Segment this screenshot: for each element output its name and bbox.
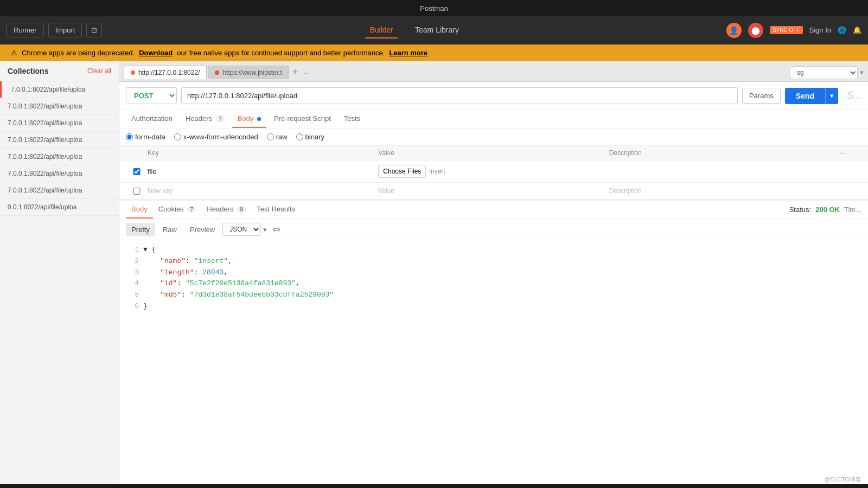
banner-middle-text: our free native apps for continued suppo… — [177, 49, 385, 57]
code-line-1: 1 ▼ { — [128, 245, 859, 256]
raw-radio[interactable] — [267, 133, 274, 140]
time-label: Tim... — [844, 206, 861, 214]
list-item[interactable]: 7.0.0.1:8022/api/file/uploa — [0, 165, 119, 182]
globe-icon[interactable]: 🌐 — [838, 26, 846, 34]
title-bar: Postman — [0, 0, 868, 16]
env-select[interactable]: sg No Environment — [790, 66, 858, 79]
nav-center: Builder Team Library — [106, 22, 722, 38]
format-select[interactable]: JSON XML HTML Text — [222, 223, 261, 236]
main-content: http://127.0.0.1:8022/ https://www.jhips… — [119, 61, 868, 484]
banner-text: Chrome apps are being deprecated. — [22, 49, 135, 57]
pretty-tab[interactable]: Pretty — [126, 223, 155, 236]
send-button[interactable]: Send — [785, 88, 825, 104]
col-description: Description — [609, 149, 840, 157]
sign-in-button[interactable]: Sign In — [809, 26, 831, 34]
list-item[interactable]: 7.0.0.1:8022/api/file/uploa — [0, 115, 119, 132]
binary-radio[interactable] — [296, 133, 303, 140]
response-tabs-bar: Body Cookies 7 Headers 9 Test Results St… — [119, 200, 868, 219]
resp-tab-cookies[interactable]: Cookies 7 — [153, 201, 202, 219]
runner-button[interactable]: Runner — [7, 23, 44, 37]
preview-tab[interactable]: Preview — [184, 223, 220, 236]
tab-1[interactable]: http://127.0.0.1:8022/ — [124, 66, 207, 79]
headers-badge: 7 — [216, 115, 225, 122]
binary-radio-label[interactable]: binary — [296, 133, 324, 141]
chevron-down-icon: ▾ — [263, 226, 267, 234]
env-chevron-icon: ▾ — [860, 68, 864, 76]
import-button[interactable]: Import — [48, 23, 82, 37]
download-link[interactable]: Download — [139, 49, 173, 57]
row2-value-placeholder: Value — [378, 187, 609, 195]
form-data-radio[interactable] — [126, 133, 133, 140]
code-content-2: "name": "insert", — [143, 256, 232, 267]
sidebar-header: Collections Clear all — [0, 61, 119, 81]
tab-tests[interactable]: Tests — [339, 110, 366, 128]
raw-tab[interactable]: Raw — [157, 223, 182, 236]
choose-files-button[interactable]: Choose Files — [378, 165, 426, 178]
col-more: ··· — [840, 149, 861, 157]
code-content-1: ▼ { — [143, 245, 156, 256]
row1-value: Choose Files insert — [378, 165, 609, 178]
code-content-3: "length": 28043, — [143, 267, 228, 279]
code-view: 1 ▼ { 2 "name": "insert", 3 "length": 28… — [119, 240, 868, 484]
warning-banner: ⚠ Chrome apps are being deprecated. Down… — [0, 44, 868, 61]
line-num-5: 5 — [128, 290, 139, 301]
params-button[interactable]: Params — [742, 88, 781, 104]
row2-checkbox[interactable] — [126, 188, 148, 195]
send-dropdown-button[interactable]: ▾ — [825, 88, 838, 104]
code-line-4: 4 "id": "5c7e2f20e5138a4fa831e893", — [128, 278, 859, 290]
raw-radio-label[interactable]: raw — [267, 133, 288, 141]
tab-pre-request-script[interactable]: Pre-request Script — [269, 110, 336, 128]
row2-description-placeholder: Description — [609, 187, 840, 195]
tab-body[interactable]: Body — [232, 110, 266, 128]
code-line-6: 6 } — [128, 301, 859, 312]
list-item[interactable]: 7.0.0.1:8022/api/file/uploa — [0, 132, 119, 149]
status-label: Status: — [789, 206, 811, 214]
interceptor-icon[interactable]: ⬤ — [748, 23, 763, 38]
sidebar-items: 7.0.0.1:8022/api/file/uploa 7.0.0.1:8022… — [0, 81, 119, 484]
learn-more-link[interactable]: Learn more — [389, 49, 427, 57]
code-line-3: 3 "length": 28043, — [128, 267, 859, 279]
bell-icon[interactable]: 🔔 — [853, 26, 861, 34]
tab-2[interactable]: https://www.jhipster.t — [208, 66, 289, 79]
urlencoded-radio-label[interactable]: x-www-form-urlencoded — [174, 133, 258, 141]
app-title: Postman — [420, 4, 448, 12]
tab-authorization[interactable]: Authorization — [126, 110, 178, 128]
wrap-icon[interactable]: ⇔ — [269, 222, 284, 236]
list-item[interactable]: 0.0.1:8022/api/file/uploa — [0, 199, 119, 216]
list-item[interactable]: 7.0.0.1:8022/api/file/uploa — [0, 98, 119, 115]
code-line-5: 5 "md5": "7d3d1e38af54bdeebb03cdffa25290… — [128, 290, 859, 301]
line-num-6: 6 — [128, 301, 139, 312]
urlencoded-radio[interactable] — [174, 133, 181, 140]
new-window-button[interactable]: ⊡ — [86, 23, 102, 37]
col-check — [126, 149, 148, 157]
user-icon[interactable]: 👤 — [726, 23, 742, 38]
list-item[interactable]: 7.0.0.1:8022/api/file/uploa — [0, 81, 119, 98]
url-input[interactable] — [181, 87, 738, 104]
method-select[interactable]: POST GET PUT DELETE — [126, 87, 177, 104]
warning-icon: ⚠ — [11, 49, 17, 57]
top-nav: Runner Import ⊡ Builder Team Library 👤 ⬤… — [0, 16, 868, 44]
list-item[interactable]: 7.0.0.1:8022/api/file/uploa — [0, 182, 119, 199]
line-num-2: 2 — [128, 256, 139, 267]
resp-tab-body[interactable]: Body — [126, 201, 153, 219]
tab-headers[interactable]: Headers 7 — [180, 110, 230, 128]
builder-tab[interactable]: Builder — [365, 22, 398, 38]
list-item[interactable]: 7.0.0.1:8022/api/file/uploa — [0, 149, 119, 165]
env-selector: sg No Environment ▾ — [790, 66, 864, 79]
sync-badge[interactable]: SYNC OFF — [770, 26, 803, 34]
resp-tab-headers[interactable]: Headers 9 — [201, 201, 251, 219]
clear-all-button[interactable]: Clear all — [87, 67, 111, 75]
resp-tab-test-results[interactable]: Test Results — [251, 201, 301, 219]
form-data-radio-label[interactable]: form-data — [126, 133, 165, 141]
col-key: Key — [148, 149, 378, 157]
more-tabs-button[interactable]: ··· — [301, 68, 312, 77]
form-row-1: file Choose Files insert — [119, 160, 868, 183]
tab-2-label: https://www.jhipster.t — [222, 69, 282, 76]
team-library-tab[interactable]: Team Library — [411, 22, 463, 38]
row1-checkbox[interactable] — [126, 168, 148, 175]
tab-dot-1 — [131, 70, 135, 75]
add-tab-button[interactable]: + — [290, 67, 301, 78]
code-content-5: "md5": "7d3d1e38af54bdeebb03cdffa2529093… — [143, 290, 334, 301]
cookies-badge: 7 — [187, 206, 196, 213]
save-button[interactable]: S... — [843, 90, 861, 101]
